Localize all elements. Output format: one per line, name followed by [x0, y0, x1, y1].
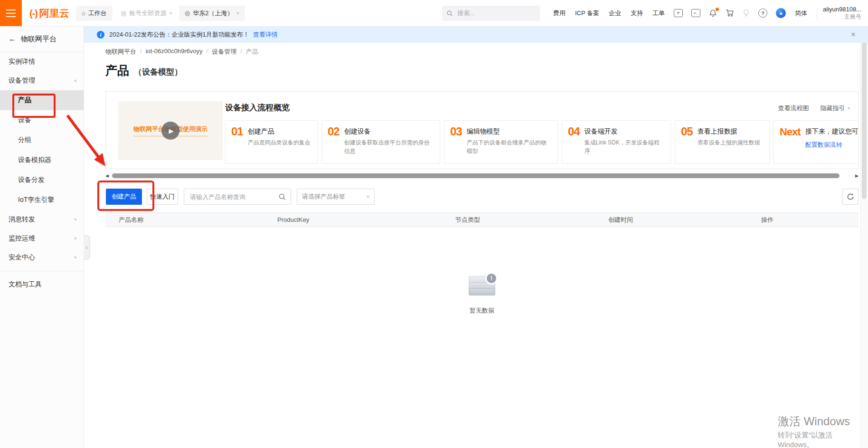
home-icon: ⌂ — [82, 10, 85, 17]
sidebar-item-device-management[interactable]: 设备管理 ∧ — [0, 71, 84, 90]
alert-badge-icon: ! — [485, 272, 498, 285]
workbench-button[interactable]: ⌂ 工作台 — [76, 6, 113, 21]
nav-link-billing[interactable]: 费用 — [553, 9, 566, 18]
column-header-create-time: 创建时间 — [608, 213, 633, 227]
region-label: 华东2（上海） — [193, 9, 233, 18]
api-icon[interactable]: P — [674, 9, 683, 17]
sidebar-item-security-center[interactable]: 安全中心 ∨ — [0, 248, 84, 267]
empty-data-icon: ! — [467, 273, 497, 300]
hide-guide-link[interactable]: 隐藏指引 ∧ — [820, 104, 850, 113]
resources-icon: ▤ — [121, 10, 126, 17]
global-search[interactable] — [442, 6, 540, 21]
chevron-down-icon: ∨ — [74, 218, 77, 221]
scroll-right-icon[interactable]: ▶ — [855, 173, 859, 178]
vertical-scrollbar-thumb[interactable] — [862, 28, 867, 199]
sidebar-item-docs-tools[interactable]: 文档与工具 — [0, 275, 84, 294]
account-name: aliyun98108... — [823, 6, 861, 13]
sidebar-item-device[interactable]: 设备 — [0, 110, 84, 130]
guide-video-thumbnail[interactable]: 物联网平台物模型使用演示 ▶ — [118, 101, 223, 160]
nav-link-enterprise[interactable]: 企业 — [609, 9, 621, 18]
nav-link-support[interactable]: 支持 — [631, 9, 643, 18]
info-icon: i — [97, 31, 104, 38]
vertical-scrollbar[interactable] — [860, 26, 868, 448]
guide-step-5: 05 查看上报数据 查看设备上报的属性数据 — [675, 120, 770, 164]
view-flowchart-link[interactable]: 查看流程图 — [778, 104, 809, 113]
play-icon[interactable]: ▶ — [161, 122, 179, 140]
sidebar-item-iot-twin-engine[interactable]: IoT孪生引擎 — [0, 190, 84, 210]
global-search-input[interactable] — [456, 9, 535, 17]
product-tag-select[interactable]: 请选择产品标签 ∨ — [297, 189, 375, 205]
dingtalk-icon[interactable]: * — [776, 8, 786, 18]
divider — [0, 271, 84, 271]
chevron-up-icon: ∧ — [74, 79, 77, 83]
breadcrumb-current: 产品 — [246, 48, 258, 56]
horizontal-scrollbar: ◀ ▶ — [105, 172, 859, 179]
page-title: 产品 （设备模型） — [105, 63, 182, 78]
breadcrumb-item[interactable]: iot-06z00c0h9r6voyy — [146, 48, 203, 56]
announcement-detail-link[interactable]: 查看详情 — [253, 30, 278, 39]
device-onboarding-guide-card: 物联网平台物模型使用演示 ▶ 设备接入流程概览 查看流程图 隐藏指引 ∧ 01 … — [105, 91, 859, 169]
notification-dot — [716, 8, 719, 11]
cart-icon[interactable] — [726, 9, 734, 17]
announcement-text: 2024-01-22发布公告：企业版实例1月新功能发布！ — [109, 30, 249, 39]
lightbulb-icon[interactable] — [743, 9, 750, 17]
product-table-header: 产品名称 ProductKey 节点类型 创建时间 操作 — [105, 212, 859, 227]
region-selector[interactable]: ◎ 华东2（上海） ∨ — [179, 6, 245, 21]
search-icon[interactable] — [279, 193, 286, 200]
aliyun-logo[interactable]: (-) 阿里云 — [29, 7, 69, 20]
breadcrumb-item[interactable]: 设备管理 — [212, 48, 236, 56]
hamburger-menu-icon[interactable] — [0, 0, 22, 26]
windows-activation-watermark: 激活 Windows 转到“设置”以激活 Windows。 — [778, 414, 868, 448]
sidebar-item-instance-detail[interactable]: 实例详情 — [0, 52, 84, 71]
refresh-icon — [847, 193, 854, 200]
guide-links: 查看流程图 隐藏指引 ∧ — [778, 104, 850, 113]
sidebar-item-message-forwarding[interactable]: 消息转发 ∨ — [0, 210, 84, 229]
create-product-button[interactable]: 创建产品 — [106, 189, 142, 205]
sidebar-item-monitoring-ops[interactable]: 监控运维 ∨ — [0, 229, 84, 248]
guide-steps-row: 01 创建产品 产品是同品类设备的集合 02 创建设备 创建设备获取连接平台所需… — [225, 120, 858, 164]
nav-link-ticket[interactable]: 工单 — [652, 9, 665, 18]
workbench-label: 工作台 — [88, 9, 107, 18]
aliyun-logo-mark: (-) — [29, 8, 38, 19]
sidebar-item-device-distribution[interactable]: 设备分发 — [0, 170, 84, 190]
refresh-button[interactable] — [842, 189, 859, 205]
location-pin-icon: ◎ — [185, 10, 190, 17]
sidebar-header: ← 物联网平台 — [0, 26, 84, 52]
chevron-up-icon: ∧ — [847, 106, 850, 110]
chevron-down-icon: ∨ — [74, 256, 77, 259]
chevron-down-icon: ∨ — [366, 195, 369, 199]
sidebar: ← 物联网平台 实例详情 设备管理 ∧ 产品 设备 分组 设备模拟器 设备分发 … — [0, 26, 84, 448]
guide-step-1: 01 创建产品 产品是同品类设备的集合 — [225, 120, 318, 164]
terminal-icon[interactable]: >_ — [691, 9, 700, 17]
account-menu[interactable]: aliyun98108... 主账号 — [823, 6, 861, 20]
sidebar-item-device-simulator[interactable]: 设备模拟器 — [0, 150, 84, 170]
empty-state-text: 暂无数据 — [105, 306, 859, 315]
sidebar-item-group[interactable]: 分组 — [0, 130, 84, 150]
product-search-input[interactable] — [189, 193, 279, 201]
breadcrumb-item[interactable]: 物联网平台 — [105, 48, 136, 56]
guide-step-4: 04 设备端开发 集成Link SDK，开发设备端程序 — [562, 120, 671, 164]
sidebar-item-product[interactable]: 产品 — [0, 90, 84, 110]
quickstart-button[interactable]: 快速入门 — [147, 189, 178, 205]
scroll-left-icon[interactable]: ◀ — [105, 173, 109, 178]
chevron-down-icon: ∨ — [169, 11, 172, 15]
breadcrumb: 物联网平台 / iot-06z00c0h9r6voyy / 设备管理 / 产品 — [105, 48, 258, 56]
language-switch[interactable]: 简体 — [795, 9, 807, 18]
help-icon[interactable]: ? — [758, 9, 767, 18]
column-header-actions: 操作 — [761, 213, 774, 227]
column-header-node-type: 节点类型 — [455, 213, 480, 227]
nav-link-icp[interactable]: ICP 备案 — [575, 9, 599, 18]
back-arrow-icon[interactable]: ← — [9, 35, 16, 43]
product-search-box[interactable] — [184, 189, 291, 205]
configure-data-forwarding-link[interactable]: 配置数据流转 — [805, 141, 858, 149]
guide-section-title: 设备接入流程概览 — [225, 102, 290, 113]
sidebar-title: 物联网平台 — [21, 35, 57, 44]
horizontal-scrollbar-thumb[interactable] — [112, 173, 840, 178]
top-navbar: (-) 阿里云 ⌂ 工作台 ▤ 账号全部资源 ∨ ◎ 华东2（上海） ∨ 费用 … — [0, 0, 868, 27]
guide-step-3: 03 编辑物模型 产品下的设备都会继承产品的物模型 — [444, 120, 558, 164]
notification-bell-icon[interactable] — [709, 9, 717, 17]
account-resources-dropdown[interactable]: ▤ 账号全部资源 ∨ — [121, 9, 172, 18]
chevron-down-icon: ∨ — [74, 237, 77, 240]
sidebar-collapse-handle[interactable]: ‹ — [84, 235, 90, 260]
close-icon[interactable]: × — [851, 30, 856, 38]
